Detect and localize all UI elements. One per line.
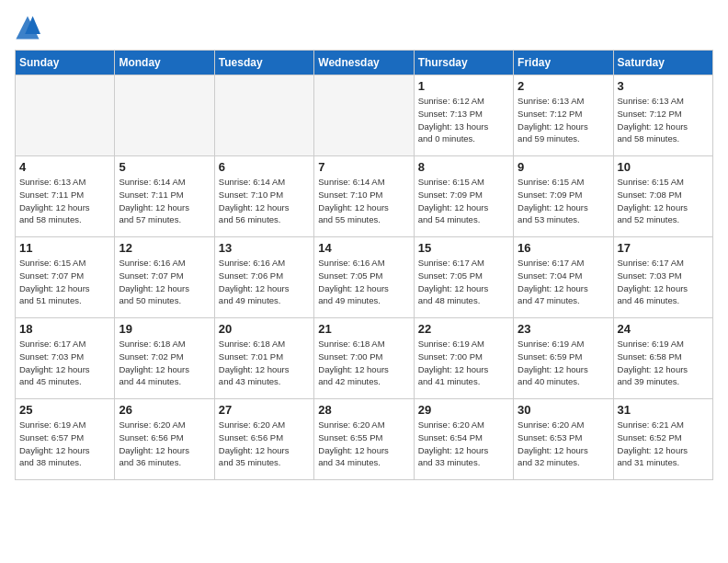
day-info: Sunrise: 6:20 AMSunset: 6:55 PMDaylight:… bbox=[318, 419, 409, 469]
day-number: 25 bbox=[19, 403, 110, 417]
day-info: Sunrise: 6:14 AMSunset: 7:11 PMDaylight:… bbox=[119, 176, 210, 226]
day-cell: 17Sunrise: 6:17 AMSunset: 7:03 PMDayligh… bbox=[613, 237, 712, 318]
day-info: Sunrise: 6:13 AMSunset: 7:12 PMDaylight:… bbox=[618, 95, 709, 145]
day-number: 29 bbox=[418, 403, 509, 417]
day-number: 12 bbox=[119, 241, 210, 255]
day-info: Sunrise: 6:20 AMSunset: 6:56 PMDaylight:… bbox=[219, 419, 310, 469]
day-cell: 19Sunrise: 6:18 AMSunset: 7:02 PMDayligh… bbox=[115, 318, 214, 399]
day-cell: 7Sunrise: 6:14 AMSunset: 7:10 PMDaylight… bbox=[314, 156, 414, 237]
day-cell: 12Sunrise: 6:16 AMSunset: 7:07 PMDayligh… bbox=[115, 237, 214, 318]
day-info: Sunrise: 6:21 AMSunset: 6:52 PMDaylight:… bbox=[618, 419, 709, 469]
day-info: Sunrise: 6:15 AMSunset: 7:08 PMDaylight:… bbox=[618, 176, 709, 226]
day-cell bbox=[16, 75, 115, 156]
day-cell: 16Sunrise: 6:17 AMSunset: 7:04 PMDayligh… bbox=[514, 237, 613, 318]
logo bbox=[15, 15, 44, 40]
day-cell: 2Sunrise: 6:13 AMSunset: 7:12 PMDaylight… bbox=[514, 75, 613, 156]
week-row-4: 18Sunrise: 6:17 AMSunset: 7:03 PMDayligh… bbox=[16, 318, 713, 399]
day-info: Sunrise: 6:16 AMSunset: 7:07 PMDaylight:… bbox=[119, 257, 210, 307]
day-cell: 14Sunrise: 6:16 AMSunset: 7:05 PMDayligh… bbox=[314, 237, 414, 318]
day-info: Sunrise: 6:14 AMSunset: 7:10 PMDaylight:… bbox=[219, 176, 310, 226]
weekday-monday: Monday bbox=[115, 51, 214, 75]
day-cell: 15Sunrise: 6:17 AMSunset: 7:05 PMDayligh… bbox=[414, 237, 513, 318]
day-number: 17 bbox=[618, 241, 709, 255]
day-info: Sunrise: 6:19 AMSunset: 6:59 PMDaylight:… bbox=[518, 338, 609, 388]
day-number: 13 bbox=[219, 241, 310, 255]
week-row-2: 4Sunrise: 6:13 AMSunset: 7:11 PMDaylight… bbox=[16, 156, 713, 237]
day-info: Sunrise: 6:17 AMSunset: 7:05 PMDaylight:… bbox=[418, 257, 509, 307]
day-cell: 18Sunrise: 6:17 AMSunset: 7:03 PMDayligh… bbox=[16, 318, 115, 399]
day-number: 10 bbox=[618, 160, 709, 174]
day-info: Sunrise: 6:18 AMSunset: 7:00 PMDaylight:… bbox=[318, 338, 409, 388]
day-cell: 10Sunrise: 6:15 AMSunset: 7:08 PMDayligh… bbox=[613, 156, 712, 237]
day-cell: 23Sunrise: 6:19 AMSunset: 6:59 PMDayligh… bbox=[514, 318, 613, 399]
day-cell: 31Sunrise: 6:21 AMSunset: 6:52 PMDayligh… bbox=[613, 399, 712, 480]
logo-icon bbox=[15, 15, 40, 40]
day-cell: 13Sunrise: 6:16 AMSunset: 7:06 PMDayligh… bbox=[214, 237, 313, 318]
weekday-tuesday: Tuesday bbox=[214, 51, 313, 75]
day-info: Sunrise: 6:15 AMSunset: 7:09 PMDaylight:… bbox=[518, 176, 609, 226]
day-number: 23 bbox=[518, 322, 609, 336]
day-info: Sunrise: 6:15 AMSunset: 7:07 PMDaylight:… bbox=[19, 257, 110, 307]
day-number: 24 bbox=[618, 322, 709, 336]
day-cell: 9Sunrise: 6:15 AMSunset: 7:09 PMDaylight… bbox=[514, 156, 613, 237]
day-info: Sunrise: 6:17 AMSunset: 7:03 PMDaylight:… bbox=[618, 257, 709, 307]
day-cell: 8Sunrise: 6:15 AMSunset: 7:09 PMDaylight… bbox=[414, 156, 513, 237]
day-number: 8 bbox=[418, 160, 509, 174]
day-number: 1 bbox=[418, 79, 509, 93]
day-info: Sunrise: 6:13 AMSunset: 7:12 PMDaylight:… bbox=[518, 95, 609, 145]
day-cell: 4Sunrise: 6:13 AMSunset: 7:11 PMDaylight… bbox=[16, 156, 115, 237]
day-number: 7 bbox=[318, 160, 409, 174]
day-cell: 30Sunrise: 6:20 AMSunset: 6:53 PMDayligh… bbox=[514, 399, 613, 480]
day-cell: 3Sunrise: 6:13 AMSunset: 7:12 PMDaylight… bbox=[613, 75, 712, 156]
day-number: 22 bbox=[418, 322, 509, 336]
day-info: Sunrise: 6:16 AMSunset: 7:05 PMDaylight:… bbox=[318, 257, 409, 307]
day-cell: 21Sunrise: 6:18 AMSunset: 7:00 PMDayligh… bbox=[314, 318, 414, 399]
day-number: 15 bbox=[418, 241, 509, 255]
day-cell: 6Sunrise: 6:14 AMSunset: 7:10 PMDaylight… bbox=[214, 156, 313, 237]
page-header bbox=[15, 15, 713, 40]
day-info: Sunrise: 6:19 AMSunset: 6:57 PMDaylight:… bbox=[19, 419, 110, 469]
day-info: Sunrise: 6:17 AMSunset: 7:04 PMDaylight:… bbox=[518, 257, 609, 307]
day-number: 26 bbox=[119, 403, 210, 417]
day-cell bbox=[115, 75, 214, 156]
day-cell: 29Sunrise: 6:20 AMSunset: 6:54 PMDayligh… bbox=[414, 399, 513, 480]
day-cell: 25Sunrise: 6:19 AMSunset: 6:57 PMDayligh… bbox=[16, 399, 115, 480]
day-number: 21 bbox=[318, 322, 409, 336]
weekday-thursday: Thursday bbox=[414, 51, 513, 75]
day-number: 6 bbox=[219, 160, 310, 174]
day-info: Sunrise: 6:14 AMSunset: 7:10 PMDaylight:… bbox=[318, 176, 409, 226]
day-number: 3 bbox=[618, 79, 709, 93]
day-info: Sunrise: 6:20 AMSunset: 6:54 PMDaylight:… bbox=[418, 419, 509, 469]
weekday-sunday: Sunday bbox=[16, 51, 115, 75]
day-cell: 28Sunrise: 6:20 AMSunset: 6:55 PMDayligh… bbox=[314, 399, 414, 480]
day-number: 28 bbox=[318, 403, 409, 417]
day-cell: 22Sunrise: 6:19 AMSunset: 7:00 PMDayligh… bbox=[414, 318, 513, 399]
day-number: 5 bbox=[119, 160, 210, 174]
day-info: Sunrise: 6:18 AMSunset: 7:01 PMDaylight:… bbox=[219, 338, 310, 388]
day-number: 16 bbox=[518, 241, 609, 255]
day-info: Sunrise: 6:20 AMSunset: 6:53 PMDaylight:… bbox=[518, 419, 609, 469]
day-info: Sunrise: 6:20 AMSunset: 6:56 PMDaylight:… bbox=[119, 419, 210, 469]
day-number: 2 bbox=[518, 79, 609, 93]
day-cell bbox=[214, 75, 313, 156]
weekday-header-row: SundayMondayTuesdayWednesdayThursdayFrid… bbox=[16, 51, 713, 75]
day-cell: 26Sunrise: 6:20 AMSunset: 6:56 PMDayligh… bbox=[115, 399, 214, 480]
week-row-5: 25Sunrise: 6:19 AMSunset: 6:57 PMDayligh… bbox=[16, 399, 713, 480]
day-info: Sunrise: 6:15 AMSunset: 7:09 PMDaylight:… bbox=[418, 176, 509, 226]
day-cell: 11Sunrise: 6:15 AMSunset: 7:07 PMDayligh… bbox=[16, 237, 115, 318]
day-number: 11 bbox=[19, 241, 110, 255]
week-row-1: 1Sunrise: 6:12 AMSunset: 7:13 PMDaylight… bbox=[16, 75, 713, 156]
day-cell: 5Sunrise: 6:14 AMSunset: 7:11 PMDaylight… bbox=[115, 156, 214, 237]
day-number: 19 bbox=[119, 322, 210, 336]
calendar-table: SundayMondayTuesdayWednesdayThursdayFrid… bbox=[15, 50, 713, 480]
day-number: 20 bbox=[219, 322, 310, 336]
day-info: Sunrise: 6:17 AMSunset: 7:03 PMDaylight:… bbox=[19, 338, 110, 388]
day-info: Sunrise: 6:12 AMSunset: 7:13 PMDaylight:… bbox=[418, 95, 509, 145]
day-number: 18 bbox=[19, 322, 110, 336]
day-number: 30 bbox=[518, 403, 609, 417]
weekday-wednesday: Wednesday bbox=[314, 51, 414, 75]
day-number: 27 bbox=[219, 403, 310, 417]
day-cell: 27Sunrise: 6:20 AMSunset: 6:56 PMDayligh… bbox=[214, 399, 313, 480]
day-number: 9 bbox=[518, 160, 609, 174]
day-number: 14 bbox=[318, 241, 409, 255]
